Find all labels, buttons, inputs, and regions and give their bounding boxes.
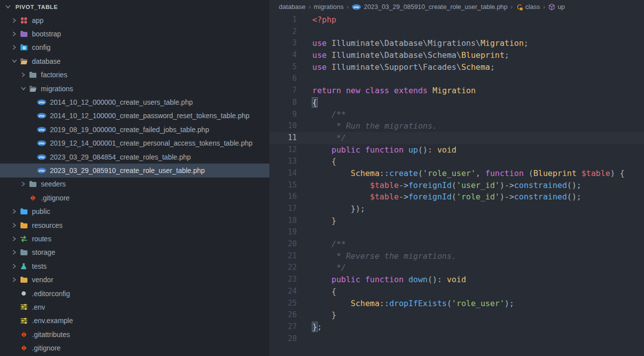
code-line[interactable]: 26 } <box>269 309 644 321</box>
code-token: use <box>312 50 327 60</box>
tree-item[interactable]: migrations <box>0 82 269 95</box>
chevron-right-icon[interactable] <box>10 223 19 228</box>
tree-item-label: 2023_03_29_084854_create_roles_table.php <box>50 153 191 161</box>
code-line[interactable]: 2 <box>269 26 644 38</box>
breadcrumb-item[interactable]: php2023_03_29_085910_create_role_user_ta… <box>352 3 507 10</box>
code-line-active[interactable]: 11 */ <box>269 132 644 144</box>
line-number: 19 <box>269 226 297 238</box>
tree-item[interactable]: .gitignore <box>0 341 269 355</box>
code-line[interactable]: 24 { <box>269 286 644 298</box>
chevron-right-icon[interactable] <box>10 264 19 269</box>
code-token <box>312 275 332 284</box>
explorer-project-header[interactable]: PIVOT_TABLE <box>0 0 269 13</box>
code-line-content: /** <box>297 109 346 121</box>
tree-item[interactable]: public <box>0 204 269 218</box>
tree-item[interactable]: routes <box>0 232 269 245</box>
chevron-right-icon[interactable] <box>10 250 19 255</box>
code-line-content: <?php <box>297 14 336 26</box>
code-line[interactable]: 13 { <box>269 156 644 168</box>
code-line[interactable]: 15 $table->foreignId('user_id')->constra… <box>269 179 644 191</box>
code-line[interactable]: 25 Schema::dropIfExists('role_user'); <box>269 298 644 310</box>
code-line[interactable]: 4use Illuminate\Database\Schema\Blueprin… <box>269 49 644 61</box>
breadcrumb-item[interactable]: database <box>279 3 306 10</box>
code-line[interactable]: 16 $table->foreignId('role_id')->constra… <box>269 191 644 203</box>
git-icon <box>19 344 28 352</box>
code-line[interactable]: 6 <box>269 73 644 85</box>
code-line[interactable]: 28 <box>269 333 644 345</box>
svg-text:php: php <box>39 142 44 145</box>
line-number: 10 <box>269 120 297 132</box>
code-token: ( <box>447 299 452 308</box>
tree-item[interactable]: storage <box>0 246 269 259</box>
php-file-icon: php <box>37 139 46 147</box>
code-line[interactable]: 20 /** <box>269 238 644 250</box>
code-line[interactable]: 27}; <box>269 321 644 333</box>
breadcrumb-item[interactable]: class <box>516 3 540 10</box>
tree-item[interactable]: app <box>0 13 269 27</box>
code-line[interactable]: 3use Illuminate\Database\Migrations\Migr… <box>269 37 644 49</box>
code-token: :: <box>380 299 389 308</box>
code-line[interactable]: 5use Illuminate\Support\Facades\Schema; <box>269 61 644 73</box>
tree-item[interactable]: bootstrap <box>0 27 269 40</box>
chevron-right-icon[interactable] <box>10 31 19 36</box>
tests-flask-icon <box>19 262 28 270</box>
code-line[interactable]: 21 * Reverse the migrations. <box>269 250 644 262</box>
tree-item[interactable]: php2019_12_14_000001_create_personal_acc… <box>0 137 269 150</box>
tree-item[interactable]: php2023_03_29_084854_create_roles_table.… <box>0 150 269 164</box>
tree-item[interactable]: .env.example <box>0 314 269 328</box>
chevron-right-icon[interactable] <box>10 236 19 241</box>
tree-item[interactable]: php2014_10_12_100000_create_password_res… <box>0 109 269 123</box>
code-token: function <box>365 275 404 284</box>
breadcrumb-item[interactable]: up <box>548 3 565 10</box>
code-token: foreignId <box>409 192 452 201</box>
code-line[interactable]: 14 Schema::create('role_user', function … <box>269 168 644 179</box>
code-area[interactable]: 1<?php23use Illuminate\Database\Migratio… <box>269 13 644 356</box>
tree-item[interactable]: .gitignore <box>0 191 269 204</box>
breadcrumb: database›migrations›php2023_03_29_085910… <box>269 0 644 13</box>
code-token <box>404 275 409 284</box>
tree-item[interactable]: .gitattributes <box>0 328 269 341</box>
svg-text:php: php <box>39 128 44 131</box>
code-line[interactable]: 12 public function up(): void <box>269 144 644 156</box>
tree-item[interactable]: .editorconfig <box>0 287 269 300</box>
tree-item[interactable]: seeders <box>0 178 269 191</box>
tree-item[interactable]: php2014_10_12_000000_create_users_table.… <box>0 95 269 109</box>
breadcrumb-item[interactable]: migrations <box>314 3 344 10</box>
code-token: Migration <box>480 38 524 48</box>
tree-item[interactable]: vendor <box>0 273 269 286</box>
code-line[interactable]: 19 <box>269 226 644 238</box>
tree-item-label: 2014_10_12_000000_create_users_table.php <box>50 98 193 106</box>
tree-item[interactable]: .env <box>0 300 269 314</box>
tree-item[interactable]: php2019_08_19_000000_create_failed_jobs_… <box>0 123 269 136</box>
code-line[interactable]: 22 */ <box>269 262 644 274</box>
code-token: function <box>485 169 524 178</box>
code-token <box>389 86 394 95</box>
code-token <box>312 169 351 178</box>
code-line[interactable]: 17 }); <box>269 203 644 215</box>
line-number: 8 <box>269 97 297 109</box>
code-line[interactable]: 1<?php <box>269 14 644 26</box>
chevron-right-icon[interactable] <box>10 45 19 50</box>
chevron-down-icon[interactable] <box>10 59 19 64</box>
chevron-right-icon[interactable] <box>10 18 19 23</box>
code-line[interactable]: 8{ <box>269 97 644 109</box>
tree-item[interactable]: factories <box>0 68 269 82</box>
code-line[interactable]: 18 } <box>269 215 644 227</box>
code-line-content: } <box>297 215 336 227</box>
tree-item[interactable]: tests <box>0 259 269 273</box>
code-line[interactable]: 10 * Run the migrations. <box>269 120 644 132</box>
chevron-right-icon[interactable] <box>19 72 28 77</box>
tree-item[interactable]: resources <box>0 218 269 232</box>
chevron-down-icon[interactable] <box>19 86 28 91</box>
tree-item[interactable]: config <box>0 41 269 54</box>
code-line[interactable]: 9 /** <box>269 109 644 121</box>
code-token: ) { <box>610 169 625 178</box>
code-line[interactable]: 7return new class extends Migration <box>269 85 644 97</box>
code-line[interactable]: 23 public function down(): void <box>269 274 644 286</box>
tree-item[interactable]: database <box>0 54 269 68</box>
tree-item-selected[interactable]: php2023_03_29_085910_create_role_user_ta… <box>0 164 269 177</box>
chevron-right-icon[interactable] <box>10 277 19 282</box>
chevron-right-icon[interactable] <box>10 209 19 214</box>
chevron-right-icon[interactable] <box>19 181 28 186</box>
tree-item-label: 2023_03_29_085910_create_role_user_table… <box>50 167 205 175</box>
